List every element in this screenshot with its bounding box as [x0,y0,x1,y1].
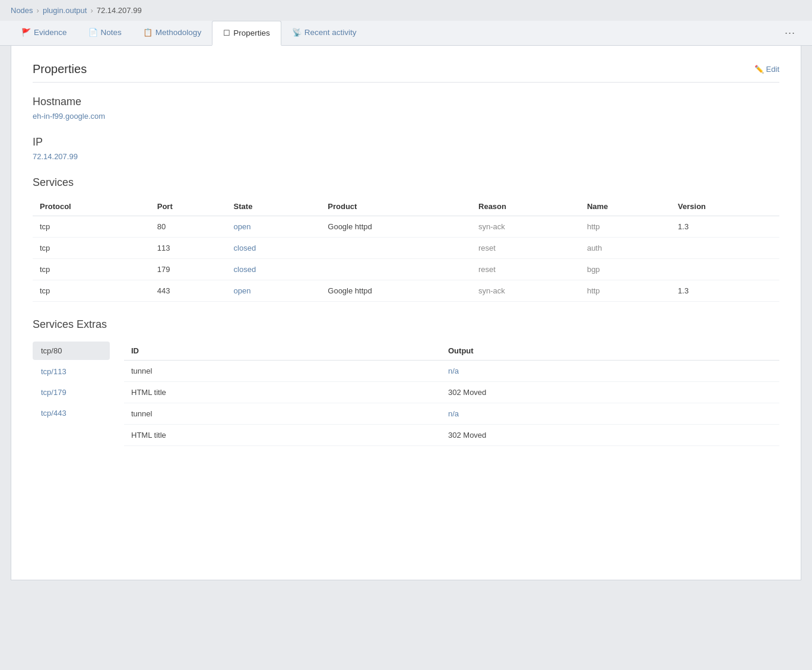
extras-sidebar-item[interactable]: tcp/113 [33,362,110,381]
ip-group: IP 72.14.207.99 [33,136,779,161]
tab-recent-activity-label: Recent activity [304,28,357,37]
cell-extra-output: n/a [441,361,779,382]
edit-button[interactable]: ✏️ Edit [754,65,779,74]
hostname-value: eh-in-f99.google.com [33,112,779,121]
cell-reason: syn-ack [471,280,580,302]
cell-name: bgp [580,259,671,280]
tab-notes-label: Notes [101,28,122,37]
extras-layout: tcp/80tcp/113tcp/179tcp/443 ID Output tu… [33,342,779,446]
cell-version [671,259,779,280]
cell-product [321,259,471,280]
col-product: Product [321,197,471,216]
breadcrumb-sep2: › [90,6,93,15]
tabs-bar: 🚩 Evidence 📄 Notes 📋 Methodology ☐ Prope… [0,21,812,46]
tab-evidence[interactable]: 🚩 Evidence [11,21,78,45]
methodology-icon: 📋 [143,28,153,37]
cell-state: closed [227,259,321,280]
cell-protocol: tcp [33,238,150,259]
services-extras-section: Services Extras tcp/80tcp/113tcp/179tcp/… [33,318,779,446]
cell-reason: reset [471,238,580,259]
col-protocol: Protocol [33,197,150,216]
extras-sidebar: tcp/80tcp/113tcp/179tcp/443 [33,342,110,446]
tab-properties-label: Properties [233,29,270,37]
section-header: Properties ✏️ Edit [33,62,779,83]
cell-port: 179 [150,259,227,280]
breadcrumb-current: 72.14.207.99 [97,6,142,15]
list-item: tunnel n/a [124,403,779,425]
cell-extra-output: 302 Moved [441,382,779,403]
main-content: Properties ✏️ Edit Hostname eh-in-f99.go… [11,46,801,580]
properties-icon: ☐ [223,29,230,37]
col-reason: Reason [471,197,580,216]
cell-reason: reset [471,259,580,280]
col-output: Output [441,342,779,361]
hostname-label: Hostname [33,96,779,108]
services-section: Services Protocol Port State Product Rea… [33,176,779,302]
table-row: tcp 443 open Google httpd syn-ack http 1… [33,280,779,302]
cell-port: 113 [150,238,227,259]
cell-extra-id: HTML title [124,425,441,446]
tab-properties[interactable]: ☐ Properties [212,21,281,46]
cell-port: 80 [150,216,227,238]
list-item: HTML title 302 Moved [124,382,779,403]
cell-state: open [227,280,321,302]
table-row: tcp 80 open Google httpd syn-ack http 1.… [33,216,779,238]
list-item: HTML title 302 Moved [124,425,779,446]
table-row: tcp 179 closed reset bgp [33,259,779,280]
cell-extra-output: 302 Moved [441,425,779,446]
tab-methodology[interactable]: 📋 Methodology [132,21,212,45]
page-title: Properties [33,62,87,76]
cell-product: Google httpd [321,216,471,238]
cell-protocol: tcp [33,259,150,280]
extras-table-header-row: ID Output [124,342,779,361]
cell-name: http [580,280,671,302]
cell-version [671,238,779,259]
cell-extra-id: tunnel [124,361,441,382]
notes-icon: 📄 [88,28,98,37]
col-port: Port [150,197,227,216]
cell-reason: syn-ack [471,216,580,238]
cell-extra-id: tunnel [124,403,441,425]
extras-sidebar-item[interactable]: tcp/179 [33,383,110,402]
recent-activity-icon: 📡 [292,28,302,37]
cell-protocol: tcp [33,280,150,302]
tabs-more-button[interactable]: ··· [779,22,801,44]
evidence-icon: 🚩 [21,28,31,37]
cell-name: auth [580,238,671,259]
cell-product [321,238,471,259]
extras-table: ID Output tunnel n/a HTML title 302 Move… [124,342,779,446]
services-table: Protocol Port State Product Reason Name … [33,197,779,302]
hostname-group: Hostname eh-in-f99.google.com [33,96,779,121]
col-version: Version [671,197,779,216]
ip-value: 72.14.207.99 [33,152,779,161]
tab-recent-activity[interactable]: 📡 Recent activity [281,21,367,45]
col-id: ID [124,342,441,361]
cell-state: closed [227,238,321,259]
cell-port: 443 [150,280,227,302]
edit-label: Edit [766,65,779,74]
cell-protocol: tcp [33,216,150,238]
table-row: tcp 113 closed reset auth [33,238,779,259]
services-extras-title: Services Extras [33,318,779,331]
breadcrumb-plugin[interactable]: plugin.output [43,6,87,15]
cell-state: open [227,216,321,238]
cell-version: 1.3 [671,280,779,302]
extras-sidebar-item[interactable]: tcp/80 [33,342,110,360]
breadcrumb-sep1: › [37,6,39,15]
list-item: tunnel n/a [124,361,779,382]
breadcrumb: Nodes › plugin.output › 72.14.207.99 [0,0,812,21]
extras-sidebar-item[interactable]: tcp/443 [33,404,110,422]
cell-product: Google httpd [321,280,471,302]
breadcrumb-nodes[interactable]: Nodes [11,6,33,15]
services-table-header-row: Protocol Port State Product Reason Name … [33,197,779,216]
edit-pencil-icon: ✏️ [754,65,764,74]
cell-extra-output: n/a [441,403,779,425]
services-title: Services [33,176,779,189]
ip-label: IP [33,136,779,148]
cell-version: 1.3 [671,216,779,238]
tab-evidence-label: Evidence [34,28,67,37]
col-name: Name [580,197,671,216]
tab-notes[interactable]: 📄 Notes [78,21,132,45]
cell-extra-id: HTML title [124,382,441,403]
cell-name: http [580,216,671,238]
